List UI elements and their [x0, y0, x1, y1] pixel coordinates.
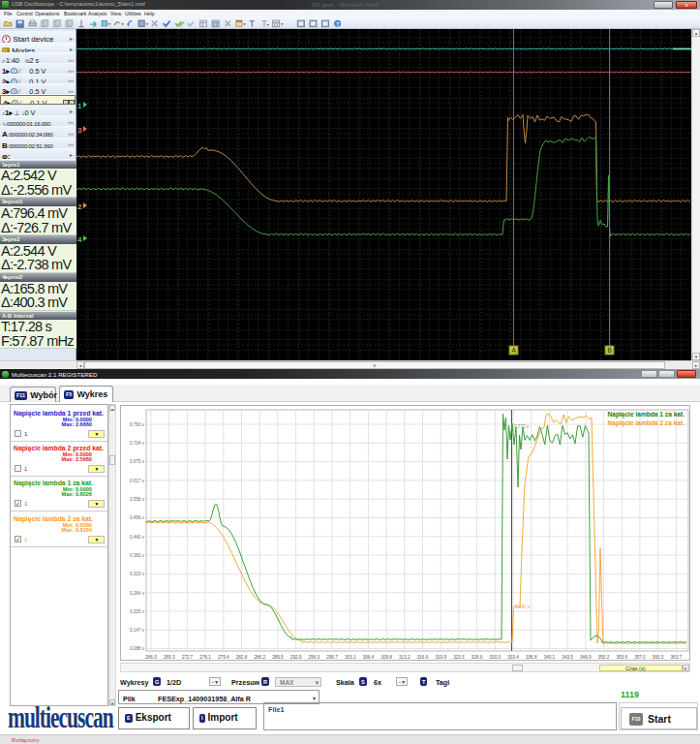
- svg-text:0.147 v: 0.147 v: [130, 628, 145, 633]
- svg-text:1: 1: [77, 102, 82, 110]
- svg-text:0.675 v: 0.675 v: [130, 459, 145, 464]
- svg-text:266.0: 266.0: [145, 655, 157, 660]
- svg-text:286.2: 286.2: [254, 655, 265, 660]
- svg-text:0.558 v: 0.558 v: [130, 497, 145, 502]
- svg-text:0.734 v: 0.734 v: [130, 441, 145, 446]
- svg-text:306.4: 306.4: [363, 655, 375, 660]
- svg-text:0.264 v: 0.264 v: [130, 591, 145, 596]
- svg-text:350.2: 350.2: [598, 655, 610, 660]
- svg-text:330.0: 330.0: [490, 655, 502, 660]
- svg-text:Napięcie lambda 1 za kat.: Napięcie lambda 1 za kat.: [607, 411, 685, 418]
- svg-text:3: 3: [77, 126, 82, 135]
- svg-text:0.382 v: 0.382 v: [130, 553, 145, 558]
- svg-text:323.3: 323.3: [453, 655, 465, 660]
- svg-text:2: 2: [77, 202, 82, 211]
- svg-text:309.8: 309.8: [380, 655, 392, 660]
- svg-text:363.7: 363.7: [671, 655, 683, 660]
- svg-text:357.0: 357.0: [634, 655, 646, 660]
- svg-text:303.1: 303.1: [345, 655, 356, 660]
- svg-text:A: A: [511, 347, 516, 354]
- svg-text:0.205 v: 0.205 v: [130, 609, 145, 614]
- svg-text:319.9: 319.9: [435, 655, 446, 660]
- svg-text:296.3: 296.3: [309, 655, 320, 660]
- svg-text:316.6: 316.6: [417, 655, 429, 660]
- svg-text:333.4: 333.4: [507, 655, 519, 660]
- svg-text:0.499 v: 0.499 v: [130, 515, 145, 520]
- svg-text:Napięcie lambda 2 za kat.: Napięcie lambda 2 za kat.: [607, 419, 685, 427]
- svg-text:289.5: 289.5: [272, 655, 284, 660]
- svg-text:360.3: 360.3: [653, 655, 664, 660]
- svg-text:0.088 v: 0.088 v: [130, 646, 145, 651]
- svg-text:299.7: 299.7: [326, 655, 338, 660]
- svg-text:326.6: 326.6: [472, 655, 483, 660]
- svg-text:336.8: 336.8: [526, 655, 537, 660]
- svg-text:272.7: 272.7: [182, 655, 194, 660]
- svg-text:279.4: 279.4: [218, 655, 229, 660]
- svg-text:276.1: 276.1: [199, 655, 211, 660]
- svg-text:0.617 v: 0.617 v: [130, 479, 145, 483]
- svg-text:?: ?: [336, 20, 340, 27]
- svg-text:340.1: 340.1: [544, 655, 556, 660]
- svg-text:313.2: 313.2: [399, 655, 411, 660]
- svg-text:269.3: 269.3: [164, 655, 175, 660]
- svg-text:343.5: 343.5: [562, 655, 573, 660]
- svg-text:4: 4: [77, 235, 82, 244]
- svg-text:B: B: [607, 347, 612, 354]
- svg-text:0.323 v: 0.323 v: [130, 572, 145, 576]
- svg-text:282.8: 282.8: [236, 655, 248, 660]
- svg-text:346.9: 346.9: [580, 655, 592, 660]
- svg-text:0.440 v: 0.440 v: [130, 535, 145, 540]
- svg-text:353.6: 353.6: [616, 655, 627, 660]
- svg-text:0.793 v: 0.793 v: [130, 422, 145, 427]
- svg-text:292.9: 292.9: [290, 655, 302, 660]
